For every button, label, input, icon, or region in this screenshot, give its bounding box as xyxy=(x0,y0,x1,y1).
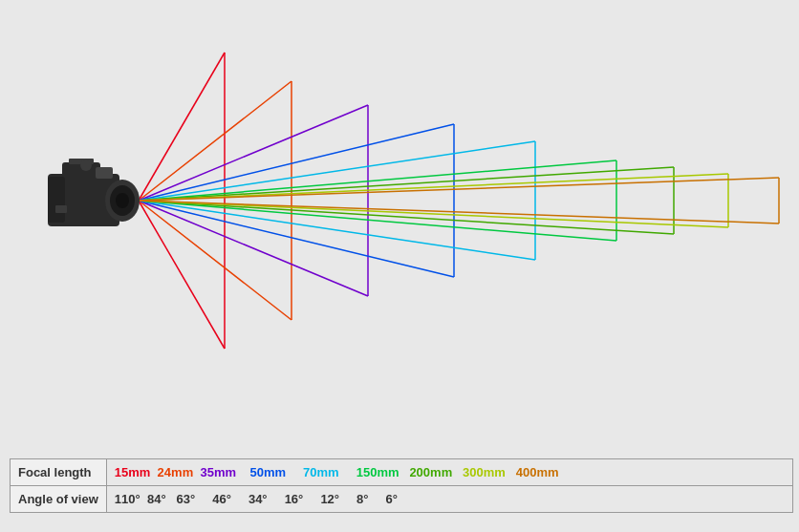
svg-line-0 xyxy=(139,53,225,201)
fl-200: 200mm xyxy=(409,465,452,479)
ao-35: 63° xyxy=(176,492,195,506)
main-container: Focal length 15mm 24mm 35mm 50mm 70mm 15… xyxy=(0,0,799,532)
angle-of-view-row: Angle of view 110° 84° 63° 46° 34° 16° 1… xyxy=(11,486,793,513)
svg-point-35 xyxy=(80,160,92,171)
ao-70: 34° xyxy=(248,492,268,506)
fl-50: 50mm xyxy=(249,465,286,479)
focal-length-row: Focal length 15mm 24mm 35mm 50mm 70mm 15… xyxy=(11,459,793,486)
fl-24: 24mm xyxy=(158,465,194,479)
svg-line-15 xyxy=(139,160,616,201)
svg-point-32 xyxy=(116,193,129,208)
fl-15: 15mm xyxy=(115,465,151,479)
ao-50: 46° xyxy=(212,492,231,506)
angle-of-view-label: Angle of view xyxy=(11,486,107,513)
legend-table: Focal length 15mm 24mm 35mm 50mm 70mm 15… xyxy=(10,458,793,513)
table-area: Focal length 15mm 24mm 35mm 50mm 70mm 15… xyxy=(10,458,789,513)
fl-70: 70mm xyxy=(303,465,339,479)
focal-length-label: Focal length xyxy=(11,459,107,486)
ao-300: 8° xyxy=(356,492,368,506)
fl-150: 150mm xyxy=(356,465,400,479)
fl-400: 400mm xyxy=(516,465,559,479)
svg-rect-36 xyxy=(55,205,67,213)
fl-35: 35mm xyxy=(200,465,236,479)
ao-15: 110° xyxy=(115,492,140,506)
svg-line-16 xyxy=(139,201,616,241)
fl-300: 300mm xyxy=(463,465,506,479)
svg-line-1 xyxy=(139,201,225,349)
ao-150: 16° xyxy=(285,492,304,506)
diagram-area xyxy=(0,0,799,401)
svg-rect-34 xyxy=(96,167,113,179)
fl-values: 15mm 24mm 35mm 50mm 70mm 150mm 200mm 300… xyxy=(106,459,792,486)
ao-200: 12° xyxy=(320,492,339,506)
svg-rect-33 xyxy=(48,177,65,223)
ao-24: 84° xyxy=(147,492,166,506)
ao-400: 6° xyxy=(386,492,398,506)
angle-values: 110° 84° 63° 46° 34° 16° 12° 8° 6° xyxy=(106,486,792,513)
